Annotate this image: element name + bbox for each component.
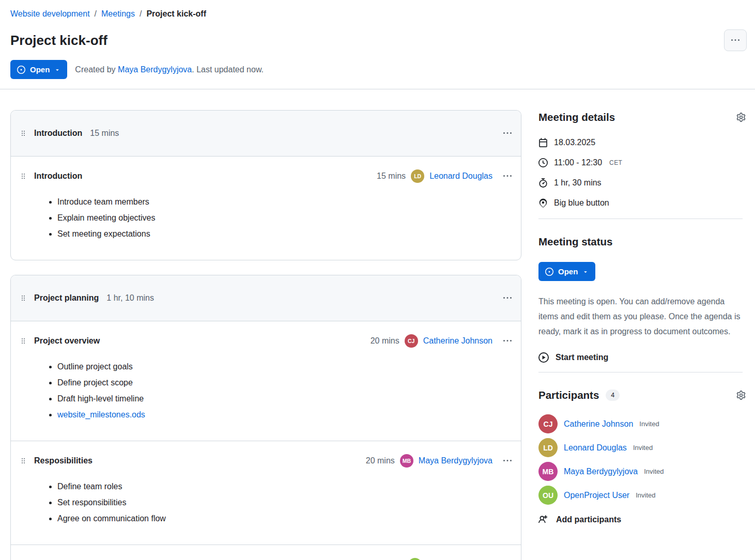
play-icon	[538, 352, 549, 363]
section-menu-button[interactable]	[502, 127, 513, 139]
meeting-detail-suffix: CET	[609, 157, 622, 169]
byline-suffix: . Last updated now.	[192, 65, 264, 74]
agenda-item: Project overview 20 mins CJ Catherine Jo…	[11, 321, 521, 441]
author-link[interactable]: Maya Berdygylyjova	[118, 65, 192, 74]
kebab-icon	[503, 172, 512, 180]
meeting-details-list: 18.03.2025 11:00 - 12:30 CET 1 hr, 30 mi…	[538, 136, 747, 209]
meeting-details-section: Meeting details 18.03.2025 11:00 - 12:30…	[538, 110, 747, 209]
drag-handle-icon[interactable]	[19, 172, 27, 180]
add-participants-label: Add participants	[556, 515, 621, 524]
drag-handle-icon[interactable]	[19, 129, 27, 137]
agenda-bullet: Introduce team members	[57, 196, 513, 208]
presenter-avatar: OU	[408, 558, 422, 560]
participant-avatar: MB	[538, 462, 558, 481]
meeting-detail-row: 18.03.2025	[538, 136, 747, 149]
more-actions-button[interactable]	[724, 29, 747, 51]
agenda-section-header: Introduction 15 mins	[11, 111, 521, 156]
agenda-bullet: Explain meeting objectives	[57, 212, 513, 224]
section-duration: 15 mins	[90, 129, 119, 138]
kebab-icon	[503, 337, 512, 345]
agenda-item: Next steps 15 mins OU OpenProject User R…	[11, 545, 521, 560]
breadcrumb-separator: /	[95, 9, 97, 19]
participant-avatar: CJ	[538, 414, 558, 433]
meeting-status-description: This meeting is open. You can add/remove…	[538, 294, 747, 339]
participant-status: Invited	[639, 420, 659, 428]
circle-dot-icon	[17, 66, 25, 74]
meeting-detail-row: 1 hr, 30 mins	[538, 177, 747, 189]
agenda-bullet: Set meeting expectations	[57, 228, 513, 240]
participants-section: Participants 4 CJ Catherine Johnson Invi…	[538, 388, 747, 525]
presenter-link[interactable]: Maya Berdygylyjova	[419, 456, 492, 465]
calendar-icon	[538, 138, 548, 147]
drag-handle-icon[interactable]	[19, 294, 27, 302]
participant-row: CJ Catherine Johnson Invited	[538, 414, 747, 433]
presenter-avatar: LD	[411, 169, 424, 183]
chevron-down-icon	[582, 269, 589, 275]
location-icon	[538, 198, 548, 208]
agenda-item-title: Introduction	[34, 172, 82, 181]
meeting-detail-row: 11:00 - 12:30 CET	[538, 157, 747, 169]
kebab-icon	[503, 129, 512, 137]
participants-title: Participants	[538, 388, 599, 402]
meeting-status-dropdown-button[interactable]: Open	[538, 262, 595, 281]
kebab-icon	[503, 457, 512, 465]
meeting-detail-value: 1 hr, 30 mins	[554, 177, 602, 189]
meeting-detail-row: Big blue button	[538, 197, 747, 209]
presenter-link[interactable]: Leonard Douglas	[429, 172, 492, 181]
header-divider	[0, 89, 755, 89]
agenda-item-menu-button[interactable]	[502, 455, 513, 467]
meeting-detail-value: 11:00 - 12:30	[554, 157, 602, 169]
participant-status: Invited	[636, 491, 655, 499]
byline: Created by Maya Berdygylyjova. Last upda…	[75, 65, 264, 74]
agenda-item-duration: 15 mins	[377, 172, 406, 181]
breadcrumb-current: Project kick-off	[146, 9, 206, 19]
meeting-status-button[interactable]: Open	[10, 60, 67, 79]
participant-list: CJ Catherine Johnson Invited LD Leonard …	[538, 414, 747, 505]
agenda-item-menu-button[interactable]	[502, 170, 513, 182]
breadcrumb-link-project[interactable]: Website development	[10, 9, 90, 19]
drag-handle-icon[interactable]	[19, 457, 27, 465]
page-title: Project kick-off	[10, 32, 107, 49]
presenter-link[interactable]: Catherine Johnson	[423, 336, 492, 346]
participant-name-link[interactable]: Catherine Johnson	[564, 419, 633, 429]
participant-name-link[interactable]: Leonard Douglas	[564, 443, 627, 453]
gear-icon	[736, 113, 746, 122]
section-title: Introduction	[34, 129, 82, 138]
agenda-item-title: Project overview	[34, 336, 100, 346]
kebab-icon	[731, 36, 739, 44]
agenda-bullet: Draft high-level timeline	[57, 393, 513, 405]
sidebar-divider	[538, 372, 743, 372]
breadcrumb-link-meetings[interactable]: Meetings	[101, 9, 135, 19]
gear-icon	[736, 391, 746, 400]
agenda-bullet: Set responsibilities	[57, 496, 513, 509]
participant-name-link[interactable]: OpenProject User	[564, 491, 629, 500]
meeting-detail-value: 18.03.2025	[554, 136, 595, 149]
meeting-details-settings-button[interactable]	[735, 112, 747, 123]
section-duration: 1 hr, 10 mins	[106, 293, 154, 303]
participant-avatar: OU	[538, 486, 558, 505]
meeting-page: Website development / Meetings / Project…	[0, 0, 755, 560]
agenda-bullet: Define team roles	[57, 480, 513, 493]
attachment-link[interactable]: website_milestones.ods	[57, 410, 145, 419]
meeting-status-title: Meeting status	[538, 235, 747, 249]
add-participants-button[interactable]: Add participants	[538, 515, 621, 525]
meeting-sidebar: Meeting details 18.03.2025 11:00 - 12:30…	[538, 110, 747, 560]
clock-icon	[538, 158, 548, 167]
agenda-section-header: Project planning 1 hr, 10 mins	[11, 275, 521, 321]
agenda-item-menu-button[interactable]	[502, 335, 513, 347]
breadcrumb-separator: /	[140, 9, 142, 19]
participant-name-link[interactable]: Maya Berdygylyjova	[564, 467, 638, 476]
drag-handle-icon[interactable]	[19, 337, 27, 345]
presenter-avatar: MB	[400, 454, 413, 468]
agenda-item-title: Resposibilities	[34, 456, 93, 465]
agenda-bullet: Define project scope	[57, 377, 513, 389]
section-menu-button[interactable]	[502, 292, 513, 304]
agenda-item-duration: 20 mins	[371, 336, 399, 346]
agenda-bullet: Outline project goals	[57, 361, 513, 373]
breadcrumb: Website development / Meetings / Project…	[10, 9, 747, 19]
start-meeting-button[interactable]: Start meeting	[538, 352, 608, 363]
person-add-icon	[538, 515, 549, 525]
meeting-detail-value: Big blue button	[554, 197, 609, 209]
participants-count-badge: 4	[606, 390, 620, 401]
participants-settings-button[interactable]	[735, 390, 747, 401]
